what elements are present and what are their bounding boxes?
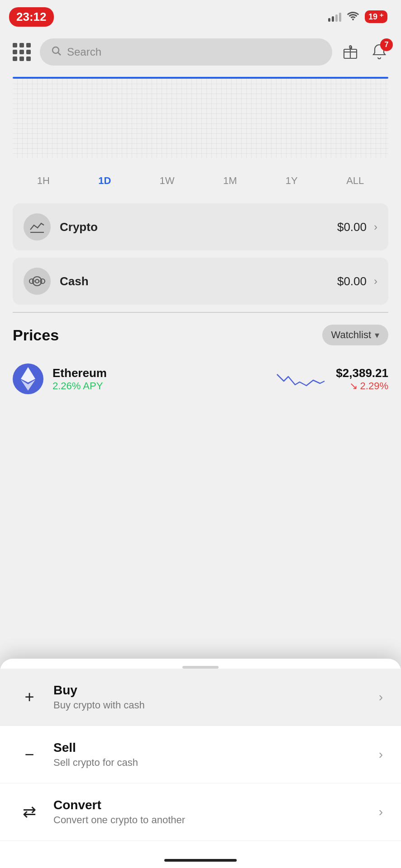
portfolio-items: Crypto $0.00 › Cash $0.00 ›: [13, 203, 388, 305]
ethereum-apy: 2.26% APY: [53, 380, 263, 392]
signal-icon: [328, 12, 341, 22]
ethereum-info: Ethereum 2.26% APY: [53, 366, 263, 392]
crypto-value: $0.00: [337, 220, 367, 234]
gift-button[interactable]: [341, 42, 359, 62]
sell-action-item[interactable]: − Sell Sell crypto for cash ›: [0, 726, 401, 783]
convert-action-item[interactable]: ⇄ Convert Convert one crypto to another …: [0, 783, 401, 841]
buy-title: Buy: [53, 683, 379, 698]
battery-icon: 19 ⁺: [365, 10, 387, 23]
ethereum-mini-chart: [272, 368, 327, 390]
svg-line-1: [58, 53, 61, 56]
ethereum-name: Ethereum: [53, 366, 263, 380]
buy-action-item[interactable]: + Buy Buy crypto with cash ›: [0, 669, 401, 726]
time-period-selector: 1H 1D 1W 1M 1Y ALL: [0, 163, 401, 199]
watchlist-button[interactable]: Watchlist ▾: [322, 325, 388, 345]
battery-level: 19: [368, 12, 377, 22]
bottom-sheet: + Buy Buy crypto with cash › − Sell Sell…: [0, 659, 401, 868]
notification-badge: 7: [380, 38, 393, 51]
convert-text: Convert Convert one crypto to another: [53, 798, 379, 826]
battery-plus: ⁺: [379, 12, 384, 22]
crypto-label: Crypto: [60, 220, 337, 234]
prices-section: Prices Watchlist ▾ Ethereum 2.26% APY $2…: [0, 320, 401, 403]
nav-actions: 7: [341, 42, 388, 62]
sell-chevron-icon: ›: [379, 747, 383, 762]
home-indicator: [164, 859, 237, 862]
wifi-icon: [347, 10, 359, 23]
chart-background: [13, 79, 388, 158]
convert-icon-wrap: ⇄: [18, 801, 41, 823]
ethereum-change: ↘ 2.29%: [336, 380, 388, 392]
search-icon: [51, 45, 62, 59]
time-1d[interactable]: 1D: [91, 171, 118, 190]
time-1w[interactable]: 1W: [153, 171, 182, 190]
grid-menu-icon[interactable]: [13, 43, 31, 61]
sell-title: Sell: [53, 741, 379, 755]
status-icons: 19 ⁺: [328, 10, 387, 23]
ethereum-price: $2,389.21: [336, 366, 388, 380]
cash-value: $0.00: [337, 274, 367, 288]
status-time: 23:12: [9, 7, 54, 27]
ethereum-icon: [13, 363, 43, 394]
sell-minus-icon: −: [24, 746, 34, 763]
section-divider: [13, 312, 388, 313]
cash-icon: [24, 268, 51, 295]
search-placeholder: Search: [67, 46, 101, 58]
buy-subtitle: Buy crypto with cash: [53, 699, 379, 711]
time-1y[interactable]: 1Y: [278, 171, 305, 190]
buy-plus-icon: +: [24, 689, 34, 705]
convert-arrows-icon: ⇄: [23, 804, 36, 820]
sell-text: Sell Sell crypto for cash: [53, 741, 379, 769]
cash-label: Cash: [60, 274, 337, 288]
cash-chevron-icon: ›: [374, 275, 377, 288]
convert-chevron-icon: ›: [379, 805, 383, 819]
buy-icon-wrap: +: [18, 686, 41, 708]
prices-header: Prices Watchlist ▾: [13, 325, 388, 345]
ethereum-price-info: $2,389.21 ↘ 2.29%: [336, 366, 388, 392]
status-bar: 23:12 19 ⁺: [0, 0, 401, 32]
prices-title: Prices: [13, 326, 59, 344]
ethereum-row[interactable]: Ethereum 2.26% APY $2,389.21 ↘ 2.29%: [13, 354, 388, 403]
convert-subtitle: Convert one crypto to another: [53, 814, 379, 826]
watchlist-label: Watchlist: [331, 329, 371, 341]
time-all[interactable]: ALL: [339, 171, 371, 190]
buy-chevron-icon: ›: [379, 690, 383, 704]
crypto-portfolio-item[interactable]: Crypto $0.00 ›: [13, 203, 388, 250]
svg-point-9: [40, 279, 45, 283]
time-1m[interactable]: 1M: [216, 171, 244, 190]
price-chart: [13, 77, 388, 158]
crypto-chevron-icon: ›: [374, 221, 377, 233]
convert-title: Convert: [53, 798, 379, 812]
svg-point-8: [29, 279, 34, 283]
sell-icon-wrap: −: [18, 743, 41, 766]
svg-marker-10: [21, 367, 35, 382]
sell-subtitle: Sell crypto for cash: [53, 757, 379, 769]
svg-point-0: [53, 47, 59, 53]
buy-text: Buy Buy crypto with cash: [53, 683, 379, 711]
notification-button[interactable]: 7: [370, 42, 388, 62]
time-1h[interactable]: 1H: [30, 171, 57, 190]
svg-point-7: [35, 279, 39, 283]
watchlist-chevron-icon: ▾: [375, 330, 379, 340]
search-bar[interactable]: Search: [40, 38, 332, 66]
top-nav: Search 7: [0, 32, 401, 72]
crypto-icon: [24, 213, 51, 241]
cash-portfolio-item[interactable]: Cash $0.00 ›: [13, 258, 388, 305]
